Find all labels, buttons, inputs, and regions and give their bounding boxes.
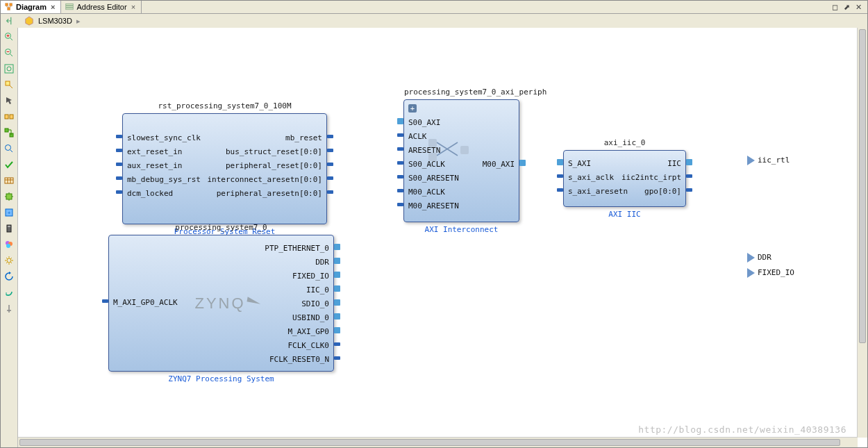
expand-icon[interactable]: + xyxy=(408,104,417,113)
close-icon[interactable]: × xyxy=(130,3,137,11)
port-label[interactable]: interconnect_aresetn[0:0] xyxy=(207,175,322,184)
block-processing-system7[interactable]: processing_system7_0 ZYNQ7 Processing Sy… xyxy=(108,235,334,372)
maximize-icon[interactable]: ⬈ xyxy=(844,3,850,12)
port-label[interactable]: ARESETN xyxy=(408,146,440,155)
port-label[interactable]: ext_reset_in xyxy=(127,147,182,156)
svg-point-16 xyxy=(6,145,11,151)
svg-rect-0 xyxy=(6,3,8,6)
validate-icon[interactable] xyxy=(2,158,16,172)
breadcrumb-design[interactable]: LSM303D xyxy=(38,17,72,25)
port-label[interactable]: DDR xyxy=(315,258,329,267)
svg-point-25 xyxy=(6,244,10,248)
port-label[interactable]: FCLK_CLK0 xyxy=(287,341,329,350)
window-buttons: ◻ ⬈ ✕ xyxy=(826,1,867,13)
vertical-toolbar: + xyxy=(1,28,18,447)
design-icon xyxy=(24,16,34,26)
close-icon[interactable]: ✕ xyxy=(856,3,862,12)
port-label[interactable]: iic2intc_irpt xyxy=(621,173,681,182)
zoom-out-icon[interactable] xyxy=(2,46,16,60)
add-module-icon[interactable]: + xyxy=(2,206,16,219)
port-label[interactable]: slowest_sync_clk xyxy=(127,133,201,142)
port-label[interactable]: M00_ARESETN xyxy=(408,201,459,210)
block-instance-name: axi_iic_0 xyxy=(564,138,685,147)
port-label[interactable]: M_AXI_GP0_ACLK xyxy=(113,298,178,307)
svg-rect-5 xyxy=(66,8,74,10)
zoom-in-icon[interactable] xyxy=(2,30,16,44)
rotate-icon[interactable] xyxy=(2,285,16,299)
block-type-name: ZYNQ7 Processing System xyxy=(109,374,333,383)
port-label[interactable]: S00_AXI xyxy=(408,118,440,127)
external-port-iic-rtl[interactable]: iic_rtl xyxy=(747,156,790,165)
palette-icon[interactable] xyxy=(2,222,16,235)
port-label[interactable]: M00_ACLK xyxy=(408,188,445,197)
svg-rect-18 xyxy=(6,194,12,199)
port-label[interactable]: M00_AXI xyxy=(483,160,515,169)
svg-rect-4 xyxy=(66,6,74,8)
port-label[interactable]: ACLK xyxy=(408,132,427,141)
tab-diagram[interactable]: Diagram × xyxy=(1,1,61,13)
zoom-area-icon[interactable] xyxy=(2,78,16,92)
auto-layout-icon[interactable] xyxy=(2,110,16,124)
port-label[interactable]: s_axi_aresetn xyxy=(568,187,628,196)
port-label[interactable]: SDIO_0 xyxy=(301,299,329,308)
horizontal-scrollbar[interactable] xyxy=(18,437,858,447)
svg-rect-17 xyxy=(5,178,13,183)
svg-rect-2 xyxy=(8,8,10,10)
port-label[interactable]: S00_ACLK xyxy=(408,160,445,169)
port-label[interactable]: dcm_locked xyxy=(127,189,173,198)
select-icon[interactable] xyxy=(2,94,16,108)
regenerate-icon[interactable] xyxy=(2,174,16,188)
port-label[interactable]: mb_debug_sys_rst xyxy=(127,175,201,184)
refresh-icon[interactable] xyxy=(2,269,16,283)
port-label[interactable]: mb_reset xyxy=(285,133,322,142)
close-icon[interactable]: × xyxy=(49,3,56,11)
main-area: + xyxy=(1,28,867,447)
block-axi-iic[interactable]: axi_iic_0 AXI IIC S_AXI s_axi_aclk s_axi… xyxy=(563,150,686,207)
port-label[interactable]: aux_reset_in xyxy=(127,161,182,170)
external-port-fixed-io[interactable]: FIXED_IO xyxy=(747,268,794,278)
vertical-scrollbar[interactable] xyxy=(857,28,867,438)
tab-label: Address Editor xyxy=(76,3,126,11)
diagram-icon xyxy=(5,3,13,11)
block-type-name: AXI Interconnect xyxy=(404,225,519,234)
port-label[interactable]: peripheral_reset[0:0] xyxy=(226,161,322,170)
colors-icon[interactable] xyxy=(2,238,16,251)
port-label[interactable]: gpo[0:0] xyxy=(644,187,681,196)
pin-icon[interactable] xyxy=(2,301,16,315)
address-editor-icon xyxy=(65,3,74,11)
port-label[interactable]: S00_ARESETN xyxy=(408,174,459,183)
optimize-icon[interactable] xyxy=(2,126,16,140)
port-label[interactable]: IIC xyxy=(667,159,681,168)
tab-label: Diagram xyxy=(16,3,47,11)
block-rst-processing-system7[interactable]: rst_processing_system7_0_100M Processor … xyxy=(122,113,327,224)
svg-rect-22 xyxy=(8,226,10,227)
port-label[interactable]: s_axi_aclk xyxy=(568,173,614,182)
port-label[interactable]: M_AXI_GP0 xyxy=(287,327,329,336)
settings-icon[interactable] xyxy=(2,254,16,267)
block-axi-interconnect[interactable]: + processing_system7_0_axi_periph AXI In… xyxy=(403,99,519,222)
port-label[interactable]: S_AXI xyxy=(568,159,591,168)
zoom-fit-icon[interactable] xyxy=(2,62,16,76)
svg-rect-1 xyxy=(10,3,12,6)
diagram-canvas[interactable]: rst_processing_system7_0_100M Processor … xyxy=(18,28,867,447)
svg-rect-14 xyxy=(5,128,8,132)
restore-icon[interactable]: ◻ xyxy=(832,3,838,12)
port-label[interactable]: IIC_0 xyxy=(306,285,329,294)
port-label[interactable]: PTP_ETHERNET_0 xyxy=(265,244,329,253)
svg-marker-6 xyxy=(26,17,33,25)
port-label[interactable]: USBIND_0 xyxy=(292,313,329,322)
external-port-ddr[interactable]: DDR xyxy=(747,253,771,263)
search-icon[interactable] xyxy=(2,142,16,156)
port-label[interactable]: FCLK_RESET0_N xyxy=(269,355,329,364)
breadcrumb: LSM303D ▸ xyxy=(1,14,867,28)
svg-rect-9 xyxy=(5,65,13,73)
svg-point-26 xyxy=(7,258,11,263)
block-instance-name: processing_system7_0_axi_periph xyxy=(404,88,519,97)
add-ip-icon[interactable] xyxy=(2,190,16,204)
tab-address-editor[interactable]: Address Editor × xyxy=(61,1,142,13)
port-label[interactable]: peripheral_aresetn[0:0] xyxy=(217,189,322,198)
port-label[interactable]: FIXED_IO xyxy=(292,272,329,281)
port-label[interactable]: bus_struct_reset[0:0] xyxy=(226,147,322,156)
pin-left-icon[interactable] xyxy=(5,16,15,26)
svg-rect-13 xyxy=(10,115,13,119)
